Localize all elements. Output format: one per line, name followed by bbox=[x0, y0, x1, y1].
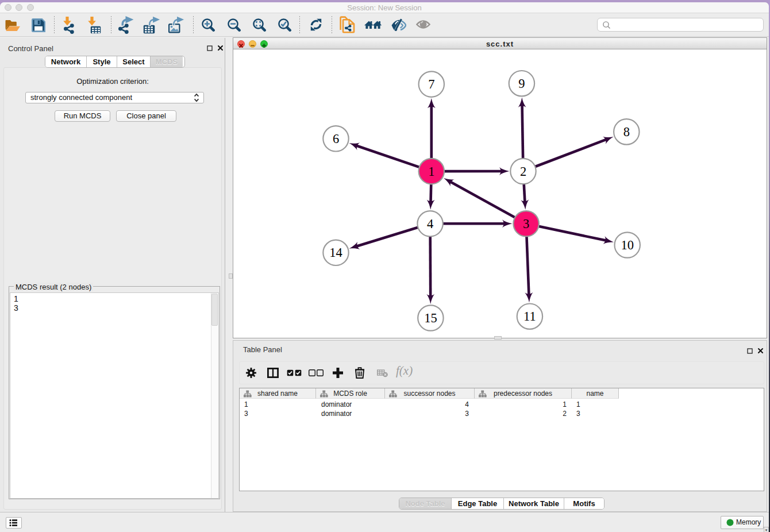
svg-text:6: 6 bbox=[333, 132, 339, 146]
svg-text:8: 8 bbox=[623, 125, 630, 139]
svg-text:10: 10 bbox=[621, 238, 634, 252]
svg-text:15: 15 bbox=[424, 311, 437, 325]
svg-text:4: 4 bbox=[427, 217, 433, 231]
svg-text:1: 1 bbox=[428, 164, 434, 179]
svg-text:2: 2 bbox=[520, 164, 526, 179]
svg-text:3: 3 bbox=[523, 217, 529, 231]
svg-text:11: 11 bbox=[523, 309, 536, 323]
svg-text:9: 9 bbox=[518, 76, 525, 91]
svg-text:7: 7 bbox=[428, 77, 434, 91]
svg-text:14: 14 bbox=[329, 245, 342, 260]
